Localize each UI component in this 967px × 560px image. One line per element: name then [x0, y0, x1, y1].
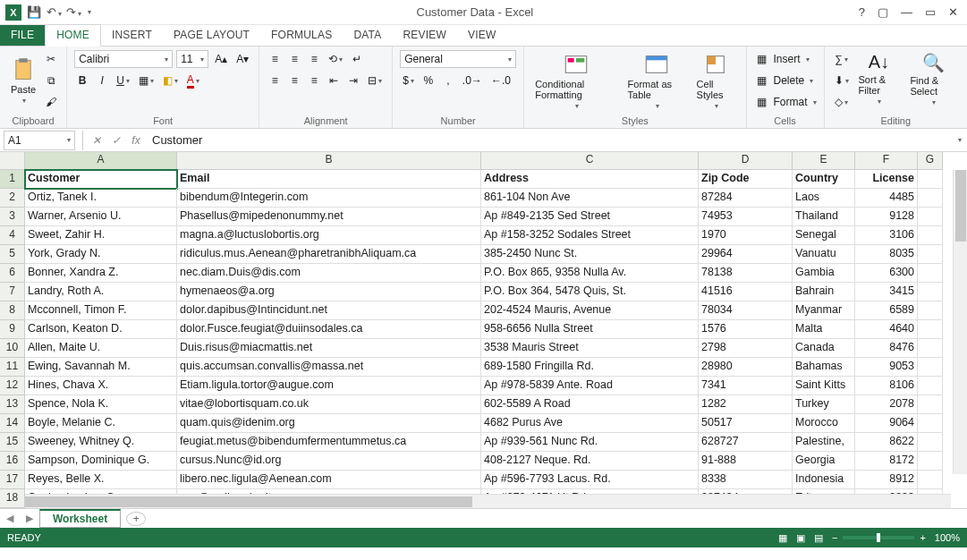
new-sheet-icon[interactable]: +	[126, 512, 146, 526]
decrease-decimal-icon[interactable]: ←.0	[488, 72, 513, 89]
number-format-combo[interactable]: General▾	[400, 50, 516, 68]
name-box[interactable]: A1▾	[4, 131, 75, 150]
increase-indent-icon[interactable]: ⇥	[345, 72, 361, 89]
cell-C8[interactable]: 202-4524 Mauris, Avenue	[481, 301, 699, 320]
normal-view-icon[interactable]: ▦	[778, 532, 787, 544]
cell-A12[interactable]: Hines, Chava X.	[25, 377, 177, 395]
cell-B17[interactable]: libero.nec.ligula@Aenean.com	[177, 471, 481, 489]
sheet-nav-next-icon[interactable]: ▶	[20, 513, 39, 524]
accounting-icon[interactable]: $▾	[400, 72, 417, 89]
cell-E12[interactable]: Saint Kitts	[793, 377, 855, 395]
cell-A16[interactable]: Sampson, Dominique G.	[25, 452, 177, 471]
merge-center-icon[interactable]: ⊟▾	[365, 72, 385, 89]
cell-E4[interactable]: Senegal	[793, 226, 855, 245]
zoom-level[interactable]: 100%	[935, 532, 960, 543]
row-header-8[interactable]: 8	[0, 301, 24, 320]
cell-F15[interactable]: 8622	[855, 433, 918, 452]
cell-D3[interactable]: 74953	[699, 208, 793, 226]
cell-E8[interactable]: Myanmar	[793, 301, 855, 320]
cell-B6[interactable]: nec.diam.Duis@dis.com	[177, 264, 481, 283]
cell-E2[interactable]: Laos	[793, 189, 855, 208]
cell-G4[interactable]	[918, 226, 943, 245]
find-select-button[interactable]: 🔍Find & Select▾	[906, 50, 960, 108]
cell-D6[interactable]: 78138	[699, 264, 793, 283]
cell-A15[interactable]: Sweeney, Whitney Q.	[25, 433, 177, 452]
cell-F9[interactable]: 4640	[855, 320, 918, 339]
format-cells-button[interactable]: Format	[774, 96, 808, 108]
row-header-13[interactable]: 13	[0, 395, 24, 414]
cell-A13[interactable]: Spence, Nola K.	[25, 395, 177, 414]
cell-G16[interactable]	[918, 452, 943, 471]
cell-G7[interactable]	[918, 283, 943, 301]
cell-B14[interactable]: quam.quis@idenim.org	[177, 414, 481, 433]
cell-A3[interactable]: Warner, Arsenio U.	[25, 208, 177, 226]
cell-D8[interactable]: 78034	[699, 301, 793, 320]
format-as-table-button[interactable]: Format as Table▾	[624, 50, 690, 112]
row-header-9[interactable]: 9	[0, 320, 24, 339]
cell-D12[interactable]: 7341	[699, 377, 793, 395]
cell-E6[interactable]: Gambia	[793, 264, 855, 283]
cell-D13[interactable]: 1282	[699, 395, 793, 414]
cell-G12[interactable]	[918, 377, 943, 395]
align-middle-icon[interactable]: ≡	[286, 50, 302, 68]
expand-formula-icon[interactable]: ▾	[958, 136, 962, 144]
zoom-slider[interactable]: − +	[832, 532, 926, 543]
cell-D14[interactable]: 50517	[699, 414, 793, 433]
cell-G17[interactable]	[918, 471, 943, 489]
cell-E11[interactable]: Bahamas	[793, 358, 855, 377]
col-header-C[interactable]: C	[481, 152, 699, 169]
row-header-10[interactable]: 10	[0, 339, 24, 358]
cell-C7[interactable]: P.O. Box 364, 5478 Quis, St.	[481, 283, 699, 301]
tab-page-layout[interactable]: PAGE LAYOUT	[163, 25, 260, 46]
tab-view[interactable]: VIEW	[457, 25, 506, 46]
autosum-icon[interactable]: ∑▾	[832, 50, 852, 68]
cell-B1[interactable]: Email	[177, 170, 481, 189]
col-header-B[interactable]: B	[177, 152, 481, 169]
cell-D5[interactable]: 29964	[699, 245, 793, 264]
cell-C13[interactable]: 602-5589 A Road	[481, 395, 699, 414]
cell-B3[interactable]: Phasellus@mipedenonummy.net	[177, 208, 481, 226]
cell-F2[interactable]: 4485	[855, 189, 918, 208]
cell-E9[interactable]: Malta	[793, 320, 855, 339]
paste-button[interactable]: Paste▾	[7, 55, 39, 106]
orientation-icon[interactable]: ⟲▾	[326, 50, 345, 68]
cell-F5[interactable]: 8035	[855, 245, 918, 264]
cell-A10[interactable]: Allen, Maite U.	[25, 339, 177, 358]
row-headers[interactable]: 123456789101112131415161718	[0, 170, 25, 508]
cell-E14[interactable]: Morocco	[793, 414, 855, 433]
cell-B5[interactable]: ridiculus.mus.Aenean@pharetranibhAliquam…	[177, 245, 481, 264]
cell-C14[interactable]: 4682 Purus Ave	[481, 414, 699, 433]
row-header-17[interactable]: 17	[0, 471, 24, 489]
cell-C17[interactable]: Ap #596-7793 Lacus. Rd.	[481, 471, 699, 489]
cell-styles-button[interactable]: Cell Styles▾	[693, 50, 739, 112]
ribbon-options-icon[interactable]: ▢	[878, 5, 888, 19]
minimize-icon[interactable]: —	[901, 5, 912, 19]
cell-E3[interactable]: Thailand	[793, 208, 855, 226]
cell-E5[interactable]: Vanuatu	[793, 245, 855, 264]
row-header-3[interactable]: 3	[0, 208, 24, 226]
cell-F14[interactable]: 9064	[855, 414, 918, 433]
cell-D17[interactable]: 8338	[699, 471, 793, 489]
cell-E10[interactable]: Canada	[793, 339, 855, 358]
fill-icon[interactable]: ⬇▾	[832, 72, 852, 89]
row-header-2[interactable]: 2	[0, 189, 24, 208]
cell-B9[interactable]: dolor.Fusce.feugiat@duiinsodales.ca	[177, 320, 481, 339]
cell-C10[interactable]: 3538 Mauris Street	[481, 339, 699, 358]
cell-G8[interactable]	[918, 301, 943, 320]
cell-A8[interactable]: Mcconnell, Timon F.	[25, 301, 177, 320]
cell-F11[interactable]: 9053	[855, 358, 918, 377]
cell-A1[interactable]: Customer	[25, 170, 177, 189]
percent-icon[interactable]: %	[420, 72, 437, 89]
cell-C16[interactable]: 408-2127 Neque. Rd.	[481, 452, 699, 471]
cut-icon[interactable]: ✂	[43, 50, 59, 68]
tab-file[interactable]: FILE	[0, 25, 45, 46]
fx-icon[interactable]: fx	[126, 134, 146, 147]
tab-review[interactable]: REVIEW	[392, 25, 457, 46]
cell-D15[interactable]: 628727	[699, 433, 793, 452]
cell-E1[interactable]: Country	[793, 170, 855, 189]
zoom-out-icon[interactable]: −	[832, 532, 837, 543]
row-header-16[interactable]: 16	[0, 452, 24, 471]
cell-A7[interactable]: Landry, Roth A.	[25, 283, 177, 301]
save-icon[interactable]: 💾	[27, 5, 41, 20]
grow-font-icon[interactable]: A▴	[212, 50, 230, 68]
